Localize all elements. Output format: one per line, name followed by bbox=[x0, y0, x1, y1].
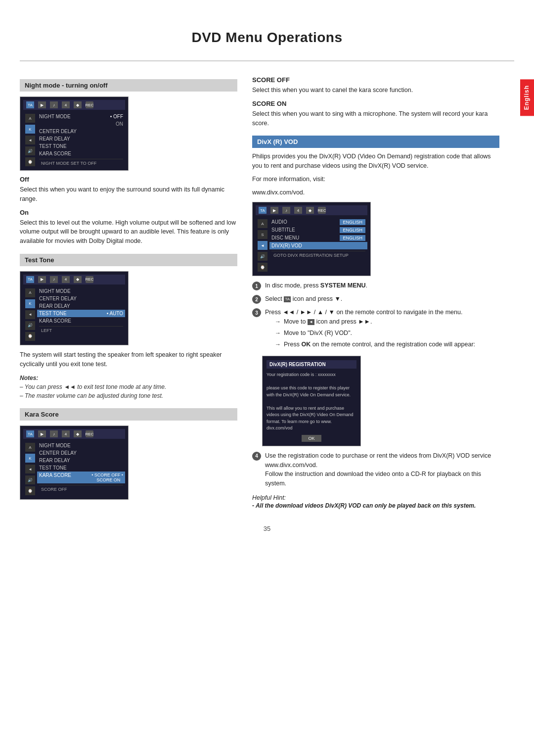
night-mode-menu-mock: TA ▶ ♪ 4 ◆ REC A K ◄ 🔊 ⌚ bbox=[20, 96, 129, 171]
diamond-icon-3: ◆ bbox=[74, 430, 82, 437]
divx-url: www.divx.com/vod. bbox=[252, 188, 499, 197]
title-divider bbox=[20, 60, 514, 61]
ks-row-center: CENTER DELAY bbox=[39, 449, 123, 457]
kara-score-menu-mock: TA ▶ ♪ 4 ◆ REC A K ◄ 🔊 ⌚ N bbox=[20, 425, 129, 500]
music-icon-2: ♪ bbox=[50, 276, 58, 283]
menu-row-night: NIGHT MODE • OFF bbox=[39, 113, 123, 120]
hint-body: - All the download videos DivX(R) VOD ca… bbox=[252, 501, 499, 510]
play-icon-4: ▶ bbox=[270, 207, 278, 214]
note-1: – You can press ◄◄ to exit test tone mod… bbox=[20, 382, 237, 391]
left-column: Night mode - turning on/off TA ▶ ♪ 4 ◆ R… bbox=[20, 71, 237, 510]
tt-row-center: CENTER DELAY bbox=[39, 295, 123, 302]
dv-row-sub: SUBTITLE ENGLISH bbox=[271, 226, 365, 234]
page-number: 35 bbox=[0, 525, 534, 532]
step-3-content: Press ◄◄ / ►► / ▲ / ▼ on the remote cont… bbox=[265, 308, 499, 351]
tt-row-rear: REAR DELAY bbox=[39, 302, 123, 310]
rec-icon-2: REC bbox=[86, 276, 93, 283]
right-column: SCORE OFF Select this when you want to c… bbox=[252, 71, 499, 510]
divx-sidebar: A S ◄ 🔊 ⌚ bbox=[256, 217, 269, 273]
sidebar-icon-1: A bbox=[25, 114, 35, 123]
step-4-content: Use the registration code to purchase or… bbox=[265, 451, 499, 488]
dv-row-disc: DISC MENU ENGLISH bbox=[271, 234, 365, 242]
tt-row-test: TEST TONE • AUTO bbox=[37, 310, 125, 317]
score-on-container: SCORE ON Select this when you want to si… bbox=[252, 100, 499, 128]
arrow-sym-1: → bbox=[275, 317, 281, 327]
test-tone-header: Test Tone bbox=[20, 254, 237, 266]
arrow-text-2: Move to "DivX (R) VOD". bbox=[284, 329, 352, 338]
tt-sb-3: ◄ bbox=[25, 310, 35, 319]
score-off-text: Select this when you want to canel the k… bbox=[252, 86, 499, 95]
divx-vod-header: DivX (R) VOD bbox=[252, 136, 499, 148]
dv-row-audio: AUDIO ENGLISH bbox=[271, 218, 365, 226]
night-mode-header: Night mode - turning on/off bbox=[20, 79, 237, 92]
test-tone-menu-body: A K ◄ 🔊 ⌚ NIGHT MODE CENTER DELAY REAR D… bbox=[23, 286, 125, 342]
test-tone-menu-mock: TA ▶ ♪ 4 ◆ REC A K ◄ 🔊 ⌚ N bbox=[20, 271, 129, 345]
rec-icon-3: REC bbox=[86, 430, 93, 437]
play-icon-3: ▶ bbox=[38, 430, 46, 437]
divx-step4: 4 Use the registration code to purchase … bbox=[252, 451, 499, 488]
tt-sb-2: K bbox=[25, 299, 35, 308]
ta-icon-4: TA bbox=[259, 207, 267, 214]
kara-content: NIGHT MODE CENTER DELAY REAR DELAY TEST … bbox=[37, 441, 125, 496]
step-num-1: 1 bbox=[252, 282, 261, 290]
diamond-icon-4: ◆ bbox=[306, 207, 314, 214]
tt-sb-4: 🔊 bbox=[25, 321, 35, 330]
dv-sb-3: ◄ bbox=[258, 241, 267, 250]
num-icon-3: 4 bbox=[62, 430, 70, 437]
page-title: DVD Menu Operations bbox=[0, 20, 534, 46]
english-tab: English bbox=[520, 79, 534, 116]
test-tone-body: The system will start testing the speake… bbox=[20, 350, 237, 369]
music-icon-3: ♪ bbox=[50, 430, 58, 437]
divx-visit: For more information, visit: bbox=[252, 175, 499, 184]
menu-footer-night: NIGHT MODE SET TO OFF bbox=[39, 159, 123, 166]
menu-sidebar: A K ◄ 🔊 ⌚ bbox=[23, 112, 37, 167]
num-icon: 4 bbox=[62, 101, 70, 108]
test-tone-content: NIGHT MODE CENTER DELAY REAR DELAY TEST … bbox=[37, 286, 125, 342]
step-num-3: 3 bbox=[252, 308, 261, 317]
play-icon: ▶ bbox=[38, 101, 46, 108]
ta-inline-icon: TA bbox=[284, 296, 291, 302]
ks-sb-2: K bbox=[25, 454, 35, 463]
menu-row-on: ON bbox=[39, 120, 123, 128]
sidebar-icon-5: ⌚ bbox=[25, 157, 35, 166]
tt-sb-5: ⌚ bbox=[25, 332, 35, 341]
ks-row-test: TEST TONE bbox=[39, 464, 123, 472]
ks-row-kara: KARA SCORE • SCORE OFF •SCORE ON bbox=[37, 472, 125, 483]
menu-row-kara: KARA SCORE bbox=[39, 150, 123, 157]
arrow-sym-2: → bbox=[275, 329, 281, 338]
tt-row-night: NIGHT MODE bbox=[39, 287, 123, 295]
reg-dialog: DivX(R) REGISTRATION Your registration c… bbox=[262, 356, 361, 446]
score-off-heading: SCORE OFF bbox=[252, 76, 499, 84]
ks-row-rear: REAR DELAY bbox=[39, 457, 123, 464]
notes-title: Notes: bbox=[20, 375, 38, 381]
dv-sb-1: A bbox=[258, 219, 267, 228]
disc-inline-icon: ◄ bbox=[308, 319, 314, 325]
step-2: 2 Select TA icon and press ▼. bbox=[252, 294, 499, 304]
step-1: 1 In disc mode, press SYSTEM MENU. bbox=[252, 281, 499, 290]
menu-content: NIGHT MODE • OFF ON CENTER DELAY REAR DE… bbox=[37, 112, 125, 167]
divx-menu-mock: TA ▶ ♪ 4 ◆ REC A S ◄ 🔊 ⌚ bbox=[252, 202, 371, 276]
tt-sb-1: A bbox=[25, 288, 35, 297]
divx-intro: Philips provides you the DivX(R) VOD (Vi… bbox=[252, 152, 499, 171]
helpful-hint: Helpful Hint: - All the download videos … bbox=[252, 494, 499, 510]
reg-line2: This will allow you to rent and purchase… bbox=[267, 405, 356, 432]
ks-sb-4: 🔊 bbox=[25, 475, 35, 484]
ta-icon: TA bbox=[26, 101, 34, 108]
menu-top-bar: TA ▶ ♪ 4 ◆ REC bbox=[23, 100, 125, 110]
ks-sb-5: ⌚ bbox=[25, 486, 35, 495]
reg-body: Your registration code is : xxxxxxxx ple… bbox=[267, 372, 356, 432]
music-icon: ♪ bbox=[50, 101, 58, 108]
off-subheading: Off bbox=[20, 176, 237, 183]
arrow-sym-3: → bbox=[275, 340, 281, 349]
dv-sb-2: S bbox=[258, 230, 267, 239]
num-icon-2: 4 bbox=[62, 276, 70, 283]
ks-row-night: NIGHT MODE bbox=[39, 442, 123, 449]
ta-icon-2: TA bbox=[26, 276, 34, 283]
tt-row-kara: KARA SCORE bbox=[39, 317, 123, 325]
menu-row-test: TEST TONE bbox=[39, 142, 123, 150]
rec-icon-4: REC bbox=[318, 207, 326, 214]
tt-footer: LEFT bbox=[39, 326, 123, 333]
arrow-text-3: Press OK on the remote control, and the … bbox=[284, 340, 475, 349]
step-4: 4 Use the registration code to purchase … bbox=[252, 451, 499, 488]
reg-ok-button[interactable]: OK bbox=[302, 435, 321, 442]
